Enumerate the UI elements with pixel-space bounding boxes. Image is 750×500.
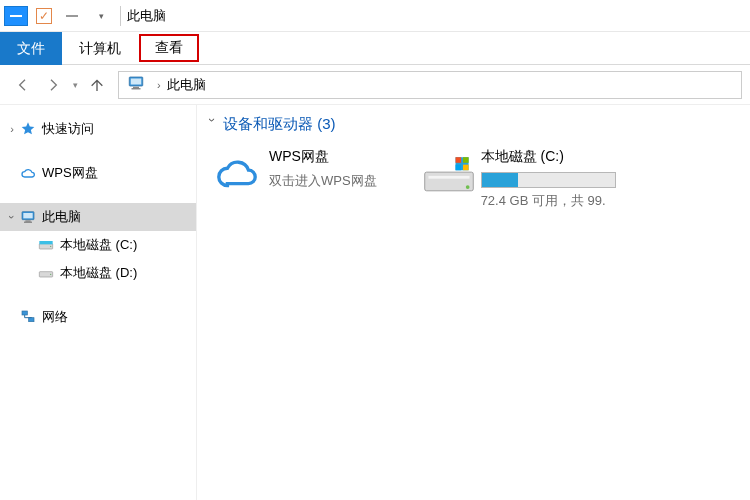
nav-tree: › 快速访问 › WPS网盘 › 此电脑 › [0, 105, 197, 500]
section-title: 设备和驱动器 (3) [223, 115, 336, 134]
svg-rect-13 [22, 311, 27, 315]
item-drive-c[interactable]: 本地磁盘 (C:) 72.4 GB 可用，共 99. [417, 146, 616, 210]
item-subtitle: 双击进入WPS网盘 [269, 172, 377, 190]
item-title: WPS网盘 [269, 148, 377, 166]
body: › 快速访问 › WPS网盘 › 此电脑 › [0, 105, 750, 500]
item-subtitle: 72.4 GB 可用，共 99. [481, 192, 616, 210]
svg-rect-19 [455, 157, 461, 163]
svg-rect-9 [39, 241, 52, 244]
sidebar-item-quick-access[interactable]: › 快速访问 [0, 115, 196, 143]
svg-point-12 [50, 274, 51, 275]
window-title: 此电脑 [127, 7, 166, 25]
svg-rect-1 [131, 79, 142, 85]
sidebar-item-network[interactable]: › 网络 [0, 303, 196, 331]
tab-view[interactable]: 查看 [139, 34, 199, 62]
sidebar-item-label: 本地磁盘 (C:) [60, 236, 137, 254]
up-button[interactable] [82, 70, 112, 100]
drive-icon [36, 265, 56, 281]
drive-icon [417, 146, 481, 202]
expander-icon[interactable]: › [6, 123, 18, 135]
svg-rect-15 [424, 172, 473, 191]
this-pc-icon [18, 209, 38, 225]
svg-point-10 [50, 246, 51, 247]
address-bar[interactable]: › 此电脑 [118, 71, 742, 99]
tab-computer[interactable]: 计算机 [62, 32, 138, 65]
content-pane: › 设备和驱动器 (3) WPS网盘 双击进入WPS网盘 [197, 105, 750, 500]
check-icon: ✓ [36, 8, 52, 24]
sidebar-item-label: 本地磁盘 (D:) [60, 264, 137, 282]
back-button[interactable] [8, 70, 38, 100]
this-pc-icon [127, 74, 145, 95]
svg-rect-6 [25, 220, 30, 221]
sidebar-item-drive-d[interactable]: › 本地磁盘 (D:) [0, 259, 196, 287]
svg-rect-14 [29, 318, 34, 322]
sidebar-item-label: 此电脑 [42, 208, 81, 226]
usage-bar [481, 172, 616, 188]
svg-rect-3 [132, 88, 141, 89]
svg-rect-20 [463, 157, 469, 163]
item-title: 本地磁盘 (C:) [481, 148, 616, 166]
history-dropdown[interactable]: ▾ [68, 80, 82, 90]
star-icon [18, 121, 38, 137]
items-grid: WPS网盘 双击进入WPS网盘 [205, 146, 746, 210]
section-header-devices[interactable]: › 设备和驱动器 (3) [205, 115, 746, 134]
cloud-icon [18, 165, 38, 181]
forward-button[interactable] [38, 70, 68, 100]
tab-file[interactable]: 文件 [0, 32, 62, 65]
svg-rect-2 [133, 87, 139, 89]
svg-point-17 [465, 185, 469, 189]
item-wps-drive[interactable]: WPS网盘 双击进入WPS网盘 [205, 146, 377, 210]
arrow-up-icon [89, 77, 105, 93]
dash-icon [66, 15, 78, 17]
cloud-icon [205, 146, 269, 202]
sidebar-item-label: 快速访问 [42, 120, 94, 138]
chevron-down-icon: ▾ [99, 11, 104, 21]
expander-icon[interactable]: › [6, 211, 18, 223]
svg-rect-5 [23, 213, 32, 218]
qat-properties-button[interactable]: ✓ [31, 5, 57, 27]
svg-rect-16 [428, 176, 469, 179]
system-menu-icon[interactable] [4, 6, 28, 26]
svg-rect-7 [24, 222, 32, 223]
chevron-down-icon: › [205, 118, 219, 132]
svg-rect-22 [463, 165, 469, 171]
separator [120, 6, 121, 26]
sidebar-item-this-pc[interactable]: › 此电脑 [0, 203, 196, 231]
sidebar-item-label: 网络 [42, 308, 68, 326]
chevron-right-icon: › [157, 79, 161, 91]
usage-bar-fill [482, 173, 518, 187]
qat-button[interactable] [59, 5, 85, 27]
drive-icon [36, 237, 56, 253]
qat-dropdown[interactable]: ▾ [87, 5, 113, 27]
ribbon-tabstrip: 文件 计算机 查看 [0, 32, 750, 65]
network-icon [18, 309, 38, 325]
nav-bar: ▾ › 此电脑 [0, 65, 750, 105]
sidebar-item-drive-c[interactable]: › 本地磁盘 (C:) [0, 231, 196, 259]
title-bar: ✓ ▾ 此电脑 [0, 0, 750, 32]
sidebar-item-label: WPS网盘 [42, 164, 98, 182]
sidebar-item-wps[interactable]: › WPS网盘 [0, 159, 196, 187]
svg-rect-21 [455, 165, 461, 171]
breadcrumb-location[interactable]: 此电脑 [167, 76, 206, 94]
arrow-right-icon [45, 77, 61, 93]
arrow-left-icon [15, 77, 31, 93]
